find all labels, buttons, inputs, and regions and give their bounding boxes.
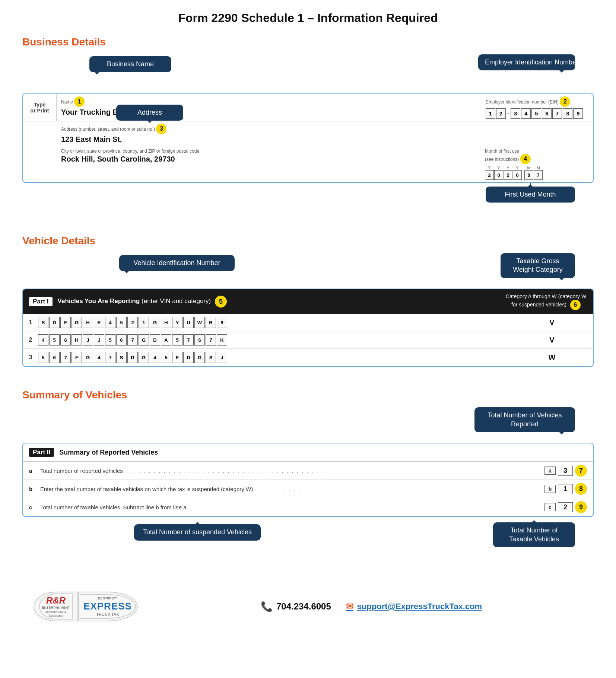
summary-tooltips-bottom: Total Number of suspended Vehicles Total…	[22, 521, 594, 565]
summary-section: Summary of Vehicles Total Number of Vehi…	[22, 389, 594, 565]
ein-digit-2: 2	[496, 108, 506, 119]
type-or-print-label: Type or Print	[23, 94, 57, 121]
summary-title: Summary of Reported Vehicles	[59, 449, 158, 456]
month-box-3: 2	[504, 170, 512, 180]
badge-7: 7	[575, 465, 587, 477]
ein-digit-9: 9	[573, 108, 583, 119]
month-col-3: Y 2	[504, 166, 512, 180]
business-section-header: Business Details	[22, 36, 594, 48]
badge-6: 6	[570, 300, 581, 310]
email-icon: ✉	[346, 601, 353, 612]
footer-email[interactable]: ✉ support@ExpressTruckTax.com	[346, 601, 482, 612]
row-num-1: 1	[23, 319, 38, 326]
phone-icon: 📞	[261, 601, 273, 612]
summary-form: Part II Summary of Reported Vehicles a T…	[22, 443, 594, 517]
row-letter-c: c	[29, 504, 36, 510]
express-logo: BESTPRS™ EXPRESS TRUCK TAX	[78, 592, 138, 621]
row-letter-a: a	[29, 468, 36, 474]
rr-logo: R&R ENTERTAINMENTJameson-Lee & Associate…	[34, 592, 78, 621]
vehicle-row-1: 1 SD FG HE 45 21 GH YU WB 9 V	[23, 314, 593, 331]
badge-2: 2	[560, 96, 570, 107]
month-col-2: Y 0	[494, 166, 503, 180]
first-used-tooltip-area: First Used Month	[22, 183, 594, 213]
vehicle-section-header: Vehicle Details	[22, 235, 594, 247]
ein-digit-1: 1	[486, 108, 495, 119]
ein-digit-8: 8	[563, 108, 572, 119]
badge-3: 3	[156, 124, 166, 134]
row-letter-b: b	[29, 486, 36, 492]
summary-row-c: c Total number of taxable vehicles. Subt…	[23, 498, 593, 516]
row-text-b: Enter the total number of taxable vehicl…	[40, 486, 542, 492]
vehicle-header-row: Part I Vehicles You Are Reporting (enter…	[23, 289, 593, 314]
address-tooltip: Address	[116, 105, 183, 121]
ein-digit-3: 3	[511, 108, 520, 119]
month-col-1: Y 2	[485, 166, 494, 180]
badge-8: 8	[575, 483, 587, 495]
business-form-card: Type or Print Name 1 Your Trucking Busin…	[22, 93, 594, 183]
row-num-2: 2	[23, 337, 38, 343]
business-details-section: Business Details Business Name Employer …	[22, 36, 594, 213]
city-label: City or town, state or province, country…	[61, 149, 476, 154]
taxable-tooltip: Total Number of Taxable Vehicles	[493, 522, 575, 547]
row-value-a: 3	[558, 466, 573, 476]
month-box-4: 0	[513, 170, 522, 180]
city-value: Rock Hill, South Carolina, 29730	[61, 155, 476, 163]
footer: R&R ENTERTAINMENTJameson-Lee & Associate…	[22, 584, 594, 629]
month-col-6: M 7	[534, 166, 543, 180]
badge-5: 5	[215, 296, 227, 308]
phone-number: 704.234.6005	[276, 601, 331, 612]
row-num-3: 3	[23, 354, 38, 361]
ein-tooltip: Employer Identification Number	[478, 54, 575, 70]
month-boxes: Y 2 Y 0 Y 2 Y 0	[485, 166, 589, 180]
row-label-c: c	[544, 503, 556, 511]
category-3: W	[511, 353, 593, 362]
footer-phone: 📞 704.234.6005	[261, 601, 331, 612]
address-right-empty	[481, 121, 593, 146]
month-box-2: 0	[494, 170, 503, 180]
month-box-6: 7	[534, 170, 543, 180]
ein-digit-6: 6	[542, 108, 552, 119]
ein-label: Employer identification number (EIN) 2	[486, 96, 588, 107]
city-field: City or town, state or province, country…	[57, 146, 481, 182]
month-label: Month of first use(see instructions) 4	[485, 149, 589, 164]
month-col-4: Y 0	[513, 166, 522, 180]
row-label-b: b	[544, 485, 556, 493]
page-title: Form 2290 Schedule 1 – Information Requi…	[22, 11, 594, 25]
month-col-5: M 0	[524, 166, 533, 180]
city-month-row: City or town, state or province, country…	[57, 146, 593, 182]
vehicle-row-2: 2 45 6H JJ 56 7G DA 57 67 K V	[23, 331, 593, 349]
address-row: Address (number, street, and room or sui…	[57, 121, 593, 146]
first-used-tooltip: First Used Month	[486, 187, 575, 203]
address-field: Address (number, street, and room or sui…	[57, 121, 481, 146]
vin-chars-2: 45 6H JJ 56 7G DA 57 67 K	[38, 334, 511, 346]
ein-field: Employer identification number (EIN) 2 1…	[481, 94, 593, 121]
month-box-5: 0	[524, 170, 533, 180]
summary-row-a: a Total number of reported vehicles . . …	[23, 462, 593, 480]
badge-4: 4	[520, 154, 531, 164]
vehicle-header-text: Vehicles You Are Reporting (enter VIN an…	[58, 296, 505, 308]
vin-tooltip: Vehicle Identification Number	[119, 255, 235, 271]
badge-1: 1	[74, 96, 85, 107]
ein-digit-7: 7	[552, 108, 562, 119]
row-value-b: 1	[558, 484, 573, 494]
address-label: Address (number, street, and room or sui…	[61, 124, 476, 134]
email-address[interactable]: support@ExpressTruckTax.com	[357, 602, 482, 611]
row-text-c: Total number of taxable vehicles. Subtra…	[40, 504, 542, 510]
badge-9: 9	[575, 501, 587, 513]
ein-boxes: 1 2 - 3 4 5 6 7 8 9	[486, 108, 588, 119]
category-header: Category A through W (category W for sus…	[505, 293, 587, 310]
vehicle-details-section: Vehicle Details Vehicle Identification N…	[22, 235, 594, 367]
vehicle-row-3: 3 56 7F G4 7S DG 45 FD GS J W	[23, 349, 593, 366]
month-box-1: 2	[485, 170, 494, 180]
vin-chars-3: 56 7F G4 7S DG 45 FD GS J	[38, 352, 511, 363]
ein-digit-5: 5	[531, 108, 541, 119]
vehicle-tooltips: Vehicle Identification Number Taxable Gr…	[22, 251, 594, 289]
vehicle-form: Part I Vehicles You Are Reporting (enter…	[22, 289, 594, 367]
vin-chars-1: SD FG HE 45 21 GH YU WB 9	[38, 317, 511, 328]
row-value-c: 2	[558, 502, 573, 512]
summary-section-header: Summary of Vehicles	[22, 389, 594, 401]
month-field: Month of first use(see instructions) 4 Y…	[481, 146, 593, 182]
ein-digit-4: 4	[521, 108, 531, 119]
part-ii-badge: Part II	[29, 448, 54, 457]
business-name-tooltip: Business Name	[89, 56, 171, 72]
